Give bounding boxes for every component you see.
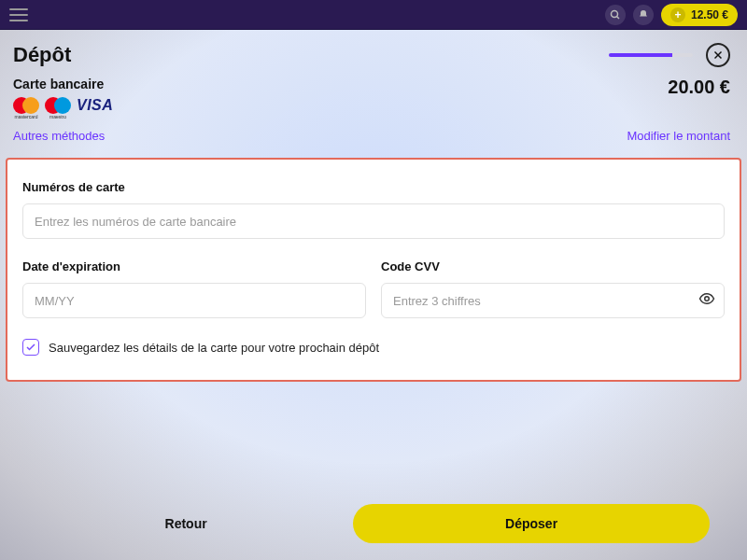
eye-icon (698, 290, 715, 307)
close-icon (712, 49, 724, 61)
expiry-input[interactable] (22, 283, 366, 318)
reveal-cvv-button[interactable] (698, 290, 715, 311)
footer-actions: Retour Déposer (0, 504, 747, 543)
save-card-checkbox[interactable] (22, 339, 39, 356)
page-title: Dépôt (13, 43, 71, 67)
svg-point-0 (611, 10, 617, 17)
search-button[interactable] (605, 5, 626, 25)
card-brand-logos: mastercard maestro VISA (13, 97, 113, 114)
cvv-input[interactable] (381, 283, 725, 318)
deposit-button-label: Déposer (505, 516, 557, 531)
card-number-input[interactable] (22, 203, 725, 239)
bell-icon (638, 9, 649, 21)
step-progress (609, 53, 693, 57)
balance-amount: 12.50 € (691, 8, 728, 21)
deposit-amount: 20.00 € (668, 77, 730, 98)
back-button-label: Retour (165, 516, 207, 531)
save-card-label: Sauvegardez les détails de la carte pour… (49, 341, 379, 355)
cvv-label: Code CVV (381, 259, 725, 273)
page-header: Dépôt (0, 30, 747, 77)
maestro-icon: maestro (45, 97, 71, 114)
close-button[interactable] (706, 43, 730, 67)
mastercard-icon: mastercard (13, 97, 39, 114)
expiry-label: Date d'expiration (22, 259, 366, 273)
method-amount-row: Carte bancaire mastercard maestro VISA 2… (0, 77, 747, 129)
back-button[interactable]: Retour (37, 504, 334, 543)
visa-icon: VISA (77, 97, 113, 114)
payment-method-title: Carte bancaire (13, 77, 113, 91)
edit-amount-link[interactable]: Modifier le montant (627, 129, 730, 143)
plus-icon: + (670, 7, 685, 22)
other-methods-link[interactable]: Autres méthodes (13, 129, 105, 143)
card-number-label: Numéros de carte (22, 180, 725, 194)
search-icon (610, 9, 621, 21)
top-nav: + 12.50 € (0, 0, 747, 30)
deposit-button[interactable]: Déposer (353, 504, 710, 543)
card-form-panel: Numéros de carte Date d'expiration Code … (6, 158, 741, 382)
svg-point-4 (705, 297, 710, 301)
menu-icon[interactable] (9, 8, 28, 21)
check-icon (25, 342, 36, 353)
balance-pill[interactable]: + 12.50 € (661, 4, 738, 26)
svg-line-1 (616, 16, 619, 19)
notifications-button[interactable] (633, 5, 654, 25)
